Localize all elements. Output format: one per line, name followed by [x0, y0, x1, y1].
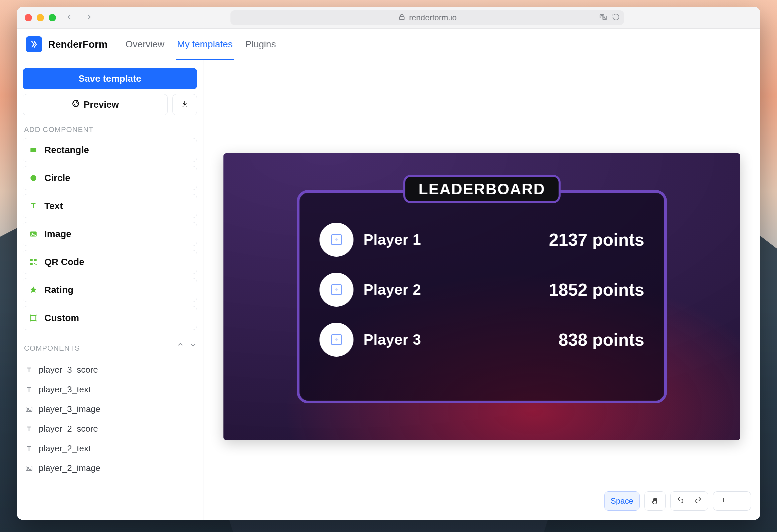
leaderboard-row[interactable]: Player 1 2137 points [320, 223, 644, 257]
add-circle[interactable]: Circle [23, 166, 197, 190]
layer-item[interactable]: player_2_score [23, 419, 197, 439]
tab-my-templates[interactable]: My templates [177, 29, 233, 60]
text-icon [25, 366, 33, 374]
svg-rect-11 [34, 263, 35, 264]
image-icon [28, 229, 38, 239]
leaderboard-row[interactable]: Player 3 838 points [320, 323, 644, 357]
text-icon [25, 444, 33, 453]
address-url: renderform.io [409, 13, 457, 22]
svg-rect-12 [36, 264, 37, 265]
components-title: COMPONENTS [24, 344, 80, 353]
zoom-group [713, 491, 751, 511]
address-bar[interactable]: renderform.io [230, 10, 624, 25]
tab-plugins[interactable]: Plugins [245, 29, 277, 60]
player-name: Player 2 [363, 281, 421, 298]
image-icon [25, 405, 33, 414]
space-pan-toggle[interactable]: Space [604, 491, 640, 511]
sidebar: Save template Preview ADD COMPONENT [17, 60, 203, 520]
add-custom[interactable]: Custom [23, 306, 197, 330]
traffic-lights [25, 14, 56, 21]
titlebar: renderform.io [17, 7, 760, 29]
layer-name: player_2_image [39, 463, 100, 473]
text-icon [25, 385, 33, 394]
layer-item[interactable]: player_3_text [23, 380, 197, 399]
add-image[interactable]: Image [23, 222, 197, 246]
undo-redo-group [670, 491, 708, 511]
preview-button[interactable]: Preview [23, 94, 168, 115]
add-circle-label: Circle [44, 173, 70, 183]
text-icon [25, 425, 33, 433]
player-avatar-placeholder[interactable] [320, 223, 353, 257]
add-component-title: ADD COMPONENT [24, 125, 196, 134]
rating-icon [28, 285, 38, 295]
layer-item[interactable]: player_2_text [23, 439, 197, 458]
canvas[interactable]: LEADERBOARD Player 1 2137 points Player … [203, 60, 760, 520]
layer-move-up-button[interactable] [177, 341, 185, 350]
redo-button[interactable] [694, 496, 702, 506]
space-label: Space [610, 496, 633, 506]
layer-name: player_2_score [39, 424, 98, 434]
save-template-button[interactable]: Save template [23, 68, 197, 89]
add-text-label: Text [44, 201, 63, 211]
add-rating[interactable]: Rating [23, 278, 197, 302]
brand: RenderForm [26, 36, 107, 52]
zoom-in-button[interactable] [719, 496, 727, 506]
layer-name: player_3_text [39, 384, 91, 395]
player-avatar-placeholder[interactable] [320, 323, 353, 357]
player-name: Player 1 [363, 231, 421, 248]
undo-button[interactable] [677, 496, 685, 506]
layer-item[interactable]: player_3_image [23, 399, 197, 419]
layer-item[interactable]: player_2_image [23, 458, 197, 478]
layer-name: player_2_text [39, 443, 91, 454]
add-text[interactable]: Text [23, 194, 197, 218]
nav-back-button[interactable] [62, 11, 76, 25]
add-rating-label: Rating [44, 285, 73, 295]
svg-rect-10 [30, 263, 33, 265]
download-icon [181, 99, 189, 110]
lock-icon [398, 13, 406, 22]
add-qrcode[interactable]: QR Code [23, 250, 197, 274]
player-score: 2137 points [549, 230, 644, 250]
browser-window: renderform.io RenderForm Overview My [17, 7, 760, 520]
minimize-window-button[interactable] [37, 14, 44, 21]
svg-rect-8 [30, 259, 33, 261]
download-button[interactable] [173, 94, 197, 115]
custom-icon [28, 313, 38, 323]
hand-icon [651, 497, 659, 505]
svg-rect-0 [400, 17, 404, 20]
preview-label: Preview [84, 99, 119, 110]
layer-move-down-button[interactable] [189, 341, 197, 350]
hand-tool-button[interactable] [644, 491, 666, 511]
reload-icon[interactable] [612, 13, 620, 22]
aperture-icon [72, 99, 80, 110]
close-window-button[interactable] [25, 14, 32, 21]
player-avatar-placeholder[interactable] [320, 273, 353, 307]
add-qrcode-label: QR Code [44, 257, 84, 267]
layer-item[interactable]: player_3_score [23, 360, 197, 380]
layer-name: player_3_score [39, 365, 98, 375]
maximize-window-button[interactable] [49, 14, 56, 21]
player-score: 838 points [559, 330, 644, 350]
rectangle-icon [28, 145, 38, 155]
qrcode-icon [28, 257, 38, 267]
translate-icon[interactable] [599, 13, 607, 22]
svg-rect-13 [31, 315, 36, 320]
app-bar: RenderForm Overview My templates Plugins [17, 29, 760, 60]
player-name: Player 3 [363, 331, 421, 348]
nav-forward-button[interactable] [82, 11, 96, 25]
add-rectangle[interactable]: Rectangle [23, 138, 197, 162]
svg-point-5 [30, 175, 36, 181]
tab-overview[interactable]: Overview [125, 29, 165, 60]
content: Save template Preview ADD COMPONENT [17, 60, 760, 520]
address-right-icons [599, 13, 620, 22]
template-stage[interactable]: LEADERBOARD Player 1 2137 points Player … [223, 153, 740, 440]
zoom-out-button[interactable] [737, 496, 745, 506]
leaderboard-rows: Player 1 2137 points Player 2 1852 point… [300, 193, 664, 370]
image-icon [25, 464, 33, 473]
add-custom-label: Custom [44, 313, 79, 323]
layer-name: player_3_image [39, 404, 100, 414]
leaderboard-panel: LEADERBOARD Player 1 2137 points Player … [297, 190, 667, 403]
save-template-label: Save template [78, 73, 141, 84]
player-score: 1852 points [549, 280, 644, 300]
leaderboard-row[interactable]: Player 2 1852 points [320, 273, 644, 307]
